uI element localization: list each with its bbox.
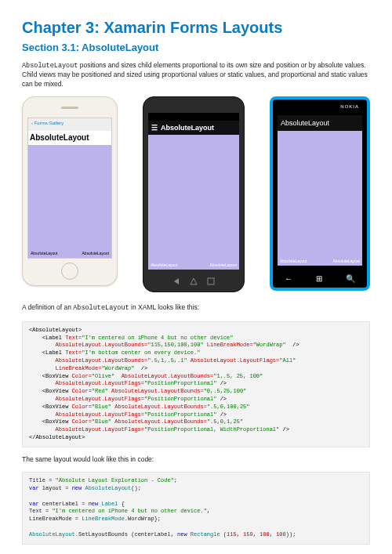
xaml-caption: A definition of an AbsoluteLayout in XAM… <box>22 303 370 313</box>
earpiece-icon <box>61 107 78 109</box>
svg-rect-0 <box>208 278 214 284</box>
ios-page-title: AbsoluteLayout <box>28 131 111 145</box>
iphone-mockup: ‹ Forms Gallery AbsoluteLayout AbsoluteL… <box>22 96 118 286</box>
ios-nav-bar: ‹ Forms Gallery <box>28 118 111 131</box>
android-label-bl: AbsoluteLayout <box>151 263 177 267</box>
code-caption: The same layout would look like this in … <box>22 455 370 464</box>
section-heading: Section 3.1: AbsoluteLayout <box>22 42 370 53</box>
android-mockup: ☰AbsoluteLayout AbsoluteLayout AbsoluteL… <box>143 96 245 292</box>
phone-mockups-row: ‹ Forms Gallery AbsoluteLayout AbsoluteL… <box>22 96 370 292</box>
nokia-brand-label: NOKIA <box>340 104 359 109</box>
android-titlebar: ☰AbsoluteLayout <box>148 121 239 135</box>
wp-search-icon: 🔍 <box>346 274 355 283</box>
wp-label-br: AbsoluteLayout <box>333 259 360 263</box>
wp-back-icon: ← <box>285 274 292 283</box>
csharp-code-block: Title = "Absolute Layout Exploration - C… <box>22 472 370 544</box>
wp-titlebar: AbsoluteLayout <box>278 115 362 131</box>
android-label-br: AbsoluteLayout <box>210 263 237 267</box>
android-recents-icon <box>206 277 216 286</box>
intro-paragraph: AbsoluteLayout AbsoluteLayout positions … <box>22 61 370 89</box>
home-button-icon <box>61 263 78 280</box>
ios-label-br: AbsoluteLayout <box>82 251 109 255</box>
wp-label-bl: AbsoluteLayout <box>280 259 307 263</box>
ios-label-bl: AbsoluteLayout <box>31 251 57 255</box>
android-home-icon <box>189 277 198 286</box>
chapter-heading: Chapter 3: Xamarin Forms Layouts <box>22 19 370 37</box>
windows-phone-mockup: NOKIA AbsoluteLayout AbsoluteLayout Abso… <box>270 96 370 291</box>
android-back-icon <box>172 277 181 286</box>
xaml-code-block: <AbsoluteLayout> <Label Text="I'm center… <box>22 321 370 447</box>
wp-home-icon: ⊞ <box>316 274 322 283</box>
